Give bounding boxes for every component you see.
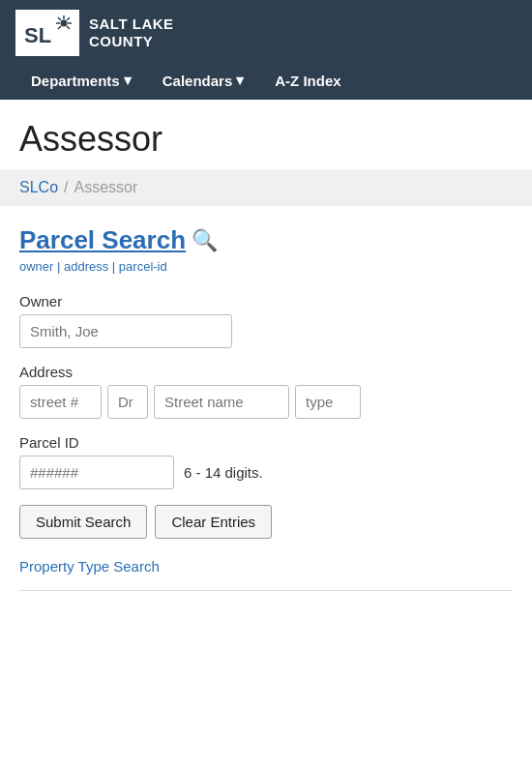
street-type-input[interactable] <box>295 385 361 419</box>
site-header: SL SALT LAKE COUNTY Departments <box>0 0 532 100</box>
nav-az-index[interactable]: A-Z Index <box>259 64 356 100</box>
button-row: Submit Search Clear Entries <box>19 505 513 539</box>
parcel-row: 6 - 14 digits. <box>19 456 513 489</box>
svg-point-9 <box>61 20 68 27</box>
breadcrumb-current: Assessor <box>74 179 137 196</box>
owner-label: Owner <box>19 293 513 309</box>
street-name-input[interactable] <box>154 385 289 419</box>
search-heading: Parcel Search 🔍 <box>19 225 513 255</box>
search-title[interactable]: Parcel Search <box>19 225 186 255</box>
page-title: Assessor <box>19 119 513 160</box>
parcel-section: Parcel ID 6 - 14 digits. <box>19 434 513 489</box>
parcel-label: Parcel ID <box>19 434 513 451</box>
chevron-down-icon: ▾ <box>236 72 244 89</box>
logo[interactable]: SL <box>15 10 79 56</box>
breadcrumb-bar: SLCo / Assessor <box>0 169 532 206</box>
chevron-down-icon: ▾ <box>124 72 132 89</box>
header-top: SL SALT LAKE COUNTY <box>15 10 517 56</box>
parcel-input[interactable] <box>19 456 174 489</box>
svg-text:SL: SL <box>24 23 51 47</box>
submit-search-button[interactable]: Submit Search <box>19 505 147 539</box>
owner-input[interactable] <box>19 314 232 348</box>
nav-calendars[interactable]: Calendars ▾ <box>147 64 260 100</box>
nav-departments[interactable]: Departments ▾ <box>15 64 147 100</box>
parcel-hint: 6 - 14 digits. <box>184 464 263 481</box>
street-number-input[interactable] <box>19 385 102 419</box>
clear-entries-button[interactable]: Clear Entries <box>155 505 272 539</box>
search-subtitle-links[interactable]: owner | address | parcel-id <box>19 259 513 274</box>
nav-bar: Departments ▾ Calendars ▾ A-Z Index <box>15 64 517 100</box>
breadcrumb-parent[interactable]: SLCo <box>19 179 58 196</box>
page-title-area: Assessor <box>0 100 532 169</box>
address-section: Address <box>19 364 513 419</box>
address-label: Address <box>19 364 513 380</box>
breadcrumb: SLCo / Assessor <box>19 179 513 196</box>
breadcrumb-separator: / <box>64 179 68 196</box>
address-row <box>19 385 513 419</box>
search-icon[interactable]: 🔍 <box>192 228 218 253</box>
direction-input[interactable] <box>107 385 148 419</box>
logo-text: SALT LAKE COUNTY <box>89 15 174 50</box>
property-type-link[interactable]: Property Type Search <box>19 558 513 591</box>
owner-section: Owner <box>19 293 513 348</box>
main-content: Parcel Search 🔍 owner | address | parcel… <box>0 225 532 626</box>
